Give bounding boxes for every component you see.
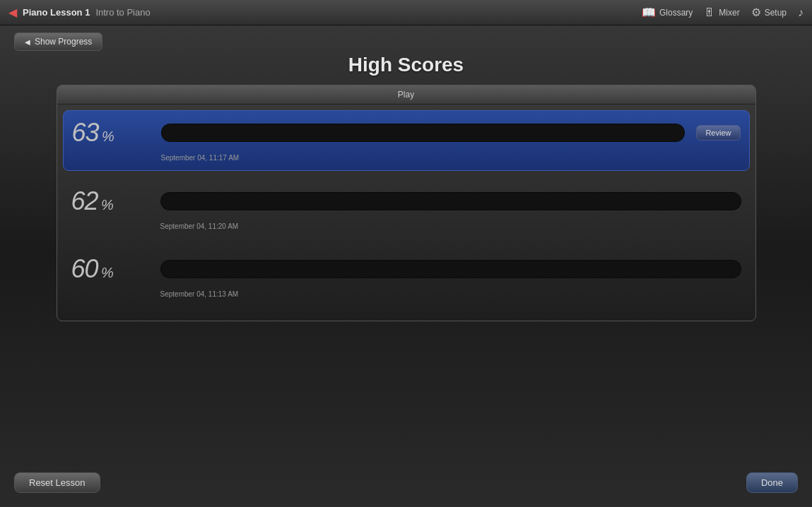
score-row-bottom: September 04, 11:13 AM	[71, 287, 741, 299]
score-date: September 04, 11:17 AM	[161, 154, 240, 162]
reset-lesson-button[interactable]: Reset Lesson	[14, 472, 100, 493]
progress-bar	[160, 192, 741, 210]
score-row-top: 60 %	[71, 254, 741, 284]
review-button[interactable]: Review	[696, 125, 740, 141]
show-progress-button[interactable]: Show Progress	[14, 32, 102, 51]
glossary-icon: 📖	[642, 6, 656, 19]
music-nav[interactable]: ♪	[798, 6, 804, 19]
play-tab[interactable]: Play	[398, 90, 414, 100]
glossary-nav[interactable]: 📖 Glossary	[642, 6, 693, 19]
page-title: High Scores	[14, 54, 798, 76]
score-date: September 04, 11:20 AM	[160, 222, 239, 230]
mixer-icon: 🎚	[704, 6, 715, 19]
music-icon: ♪	[798, 6, 804, 19]
back-button[interactable]: ◀	[8, 6, 17, 19]
progress-bar	[160, 260, 741, 278]
score-row-3: 60 % September 04, 11:13 AM	[63, 247, 750, 306]
mixer-label: Mixer	[719, 8, 739, 18]
bottom-bar: Reset Lesson Done	[14, 472, 798, 493]
glossary-label: Glossary	[659, 8, 693, 18]
done-button[interactable]: Done	[746, 472, 798, 493]
score-row-1: 63 % Review September 04, 11:17 AM	[63, 110, 750, 171]
top-bar-right: 📖 Glossary 🎚 Mixer ⚙ Setup ♪	[642, 6, 804, 19]
top-bar: ◀ Piano Lesson 1 Intro to Piano 📖 Glossa…	[0, 0, 812, 25]
score-row-bottom: September 04, 11:17 AM	[72, 150, 741, 163]
score-row-bottom: September 04, 11:20 AM	[71, 219, 741, 232]
score-percent: 60 %	[71, 254, 149, 284]
scores-panel: Play 63 % Review September 04, 11:17 AM …	[57, 85, 756, 321]
scores-body: 63 % Review September 04, 11:17 AM 62 %	[57, 105, 755, 321]
score-date: September 04, 11:13 AM	[160, 290, 239, 298]
score-percent: 63 %	[72, 118, 150, 148]
main-content: Show Progress High Scores Play 63 % Revi…	[0, 25, 812, 328]
lesson-title: Piano Lesson 1	[23, 7, 90, 18]
progress-bar	[161, 124, 686, 142]
score-row-2: 62 % September 04, 11:20 AM	[63, 179, 750, 239]
score-percent: 62 %	[71, 186, 149, 216]
mixer-nav[interactable]: 🎚 Mixer	[704, 6, 739, 19]
setup-nav[interactable]: ⚙ Setup	[751, 6, 787, 19]
setup-label: Setup	[765, 8, 787, 18]
scores-tab-bar: Play	[57, 85, 755, 105]
top-bar-left: ◀ Piano Lesson 1 Intro to Piano	[8, 6, 151, 19]
score-row-top: 63 % Review	[72, 118, 741, 148]
setup-icon: ⚙	[751, 6, 761, 19]
score-row-top: 62 %	[71, 186, 741, 216]
lesson-subtitle: Intro to Piano	[95, 7, 150, 18]
